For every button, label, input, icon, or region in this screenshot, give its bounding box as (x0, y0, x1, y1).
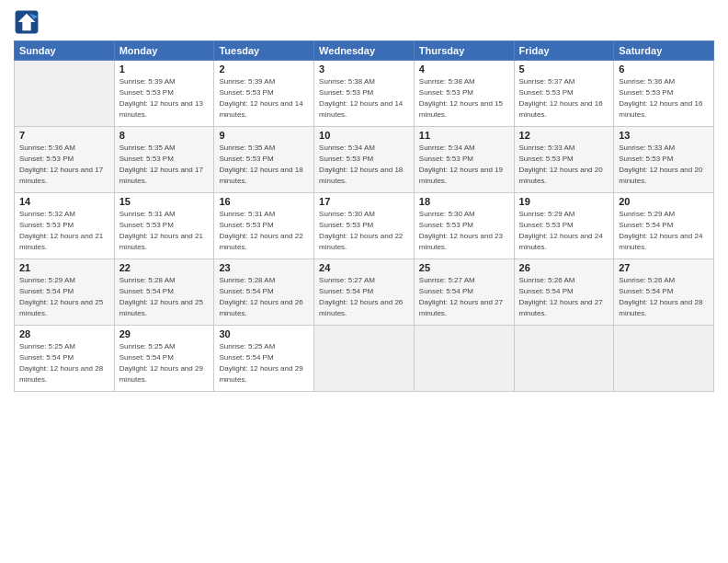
calendar-cell: 23Sunrise: 5:28 AMSunset: 5:54 PMDayligh… (214, 259, 314, 326)
day-number: 20 (619, 196, 709, 207)
day-detail: Sunrise: 5:37 AMSunset: 5:53 PMDaylight:… (519, 77, 603, 119)
day-number: 23 (219, 262, 309, 273)
weekday-header-row: SundayMondayTuesdayWednesdayThursdayFrid… (15, 41, 714, 61)
day-number: 11 (419, 130, 509, 141)
day-detail: Sunrise: 5:33 AMSunset: 5:53 PMDaylight:… (619, 144, 702, 185)
calendar-cell (314, 326, 415, 392)
day-detail: Sunrise: 5:25 AMSunset: 5:54 PMDaylight:… (219, 342, 302, 384)
calendar-cell: 30Sunrise: 5:25 AMSunset: 5:54 PMDayligh… (214, 326, 314, 392)
calendar-cell: 2Sunrise: 5:39 AMSunset: 5:53 PMDaylight… (214, 61, 314, 127)
day-number: 28 (19, 328, 109, 339)
day-number: 26 (519, 262, 609, 273)
day-number: 24 (319, 262, 409, 273)
calendar-cell: 9Sunrise: 5:35 AMSunset: 5:53 PMDaylight… (214, 127, 314, 193)
day-detail: Sunrise: 5:26 AMSunset: 5:54 PMDaylight:… (519, 276, 603, 317)
day-number: 7 (19, 130, 109, 141)
logo (14, 9, 43, 35)
weekday-header-friday: Friday (514, 41, 614, 61)
calendar-cell (15, 61, 115, 127)
calendar-cell (514, 326, 614, 392)
weekday-header-saturday: Saturday (614, 41, 714, 61)
day-detail: Sunrise: 5:28 AMSunset: 5:54 PMDaylight:… (119, 276, 203, 317)
calendar-cell: 19Sunrise: 5:29 AMSunset: 5:53 PMDayligh… (514, 193, 614, 259)
weekday-header-thursday: Thursday (414, 41, 514, 61)
week-row-1: 1Sunrise: 5:39 AMSunset: 5:53 PMDaylight… (15, 61, 714, 127)
day-number: 12 (519, 130, 609, 141)
calendar-cell: 21Sunrise: 5:29 AMSunset: 5:54 PMDayligh… (15, 259, 115, 326)
day-number: 13 (619, 130, 709, 141)
weekday-header-tuesday: Tuesday (214, 41, 314, 61)
day-number: 29 (119, 328, 210, 339)
day-number: 16 (219, 196, 309, 207)
calendar-cell: 5Sunrise: 5:37 AMSunset: 5:53 PMDaylight… (514, 61, 614, 127)
day-detail: Sunrise: 5:35 AMSunset: 5:53 PMDaylight:… (219, 144, 302, 185)
day-detail: Sunrise: 5:29 AMSunset: 5:54 PMDaylight:… (19, 276, 103, 317)
day-detail: Sunrise: 5:34 AMSunset: 5:53 PMDaylight:… (419, 144, 503, 185)
day-detail: Sunrise: 5:25 AMSunset: 5:54 PMDaylight:… (119, 342, 203, 384)
day-detail: Sunrise: 5:28 AMSunset: 5:54 PMDaylight:… (219, 276, 302, 317)
day-detail: Sunrise: 5:32 AMSunset: 5:53 PMDaylight:… (19, 210, 103, 251)
day-detail: Sunrise: 5:39 AMSunset: 5:53 PMDaylight:… (119, 77, 203, 119)
calendar-cell: 14Sunrise: 5:32 AMSunset: 5:53 PMDayligh… (15, 193, 115, 259)
weekday-header-wednesday: Wednesday (314, 41, 415, 61)
calendar-cell: 29Sunrise: 5:25 AMSunset: 5:54 PMDayligh… (114, 326, 214, 392)
day-detail: Sunrise: 5:33 AMSunset: 5:53 PMDaylight:… (519, 144, 603, 185)
logo-icon (14, 9, 40, 35)
day-detail: Sunrise: 5:26 AMSunset: 5:54 PMDaylight:… (619, 276, 702, 317)
day-detail: Sunrise: 5:35 AMSunset: 5:53 PMDaylight:… (119, 144, 203, 185)
calendar-cell: 6Sunrise: 5:36 AMSunset: 5:53 PMDaylight… (614, 61, 714, 127)
calendar-cell: 11Sunrise: 5:34 AMSunset: 5:53 PMDayligh… (414, 127, 514, 193)
page-container: SundayMondayTuesdayWednesdayThursdayFrid… (0, 0, 728, 401)
day-detail: Sunrise: 5:39 AMSunset: 5:53 PMDaylight:… (219, 77, 302, 119)
day-number: 10 (319, 130, 409, 141)
calendar-cell: 28Sunrise: 5:25 AMSunset: 5:54 PMDayligh… (15, 326, 115, 392)
day-number: 4 (419, 63, 509, 75)
week-row-5: 28Sunrise: 5:25 AMSunset: 5:54 PMDayligh… (15, 326, 714, 392)
day-number: 5 (519, 63, 609, 75)
day-number: 18 (419, 196, 509, 207)
day-detail: Sunrise: 5:38 AMSunset: 5:53 PMDaylight:… (319, 77, 403, 119)
calendar-cell: 8Sunrise: 5:35 AMSunset: 5:53 PMDaylight… (114, 127, 214, 193)
calendar-cell: 3Sunrise: 5:38 AMSunset: 5:53 PMDaylight… (314, 61, 415, 127)
day-detail: Sunrise: 5:30 AMSunset: 5:53 PMDaylight:… (419, 210, 503, 251)
day-number: 8 (119, 130, 210, 141)
week-row-3: 14Sunrise: 5:32 AMSunset: 5:53 PMDayligh… (15, 193, 714, 259)
day-detail: Sunrise: 5:38 AMSunset: 5:53 PMDaylight:… (419, 77, 503, 119)
day-number: 9 (219, 130, 309, 141)
day-detail: Sunrise: 5:29 AMSunset: 5:54 PMDaylight:… (619, 210, 702, 251)
calendar-cell: 24Sunrise: 5:27 AMSunset: 5:54 PMDayligh… (314, 259, 415, 326)
day-number: 21 (19, 262, 109, 273)
day-number: 14 (19, 196, 109, 207)
calendar-cell: 20Sunrise: 5:29 AMSunset: 5:54 PMDayligh… (614, 193, 714, 259)
day-number: 22 (119, 262, 210, 273)
weekday-header-monday: Monday (114, 41, 214, 61)
calendar-cell: 17Sunrise: 5:30 AMSunset: 5:53 PMDayligh… (314, 193, 415, 259)
day-detail: Sunrise: 5:30 AMSunset: 5:53 PMDaylight:… (319, 210, 403, 251)
day-number: 6 (619, 63, 709, 75)
day-number: 15 (119, 196, 210, 207)
calendar-cell: 25Sunrise: 5:27 AMSunset: 5:54 PMDayligh… (414, 259, 514, 326)
calendar-cell: 16Sunrise: 5:31 AMSunset: 5:53 PMDayligh… (214, 193, 314, 259)
day-detail: Sunrise: 5:27 AMSunset: 5:54 PMDaylight:… (319, 276, 403, 317)
day-number: 3 (319, 63, 409, 75)
header (14, 9, 714, 35)
day-detail: Sunrise: 5:31 AMSunset: 5:53 PMDaylight:… (219, 210, 302, 251)
day-detail: Sunrise: 5:25 AMSunset: 5:54 PMDaylight:… (19, 342, 103, 384)
calendar-cell: 18Sunrise: 5:30 AMSunset: 5:53 PMDayligh… (414, 193, 514, 259)
calendar-cell: 26Sunrise: 5:26 AMSunset: 5:54 PMDayligh… (514, 259, 614, 326)
day-number: 17 (319, 196, 409, 207)
day-detail: Sunrise: 5:29 AMSunset: 5:53 PMDaylight:… (519, 210, 603, 251)
calendar-table: SundayMondayTuesdayWednesdayThursdayFrid… (14, 40, 714, 392)
week-row-4: 21Sunrise: 5:29 AMSunset: 5:54 PMDayligh… (15, 259, 714, 326)
calendar-cell: 15Sunrise: 5:31 AMSunset: 5:53 PMDayligh… (114, 193, 214, 259)
calendar-cell: 22Sunrise: 5:28 AMSunset: 5:54 PMDayligh… (114, 259, 214, 326)
day-number: 25 (419, 262, 509, 273)
day-number: 19 (519, 196, 609, 207)
calendar-cell: 1Sunrise: 5:39 AMSunset: 5:53 PMDaylight… (114, 61, 214, 127)
day-detail: Sunrise: 5:27 AMSunset: 5:54 PMDaylight:… (419, 276, 503, 317)
day-detail: Sunrise: 5:34 AMSunset: 5:53 PMDaylight:… (319, 144, 403, 185)
calendar-cell (614, 326, 714, 392)
calendar-cell: 10Sunrise: 5:34 AMSunset: 5:53 PMDayligh… (314, 127, 415, 193)
day-number: 2 (219, 63, 309, 75)
day-number: 27 (619, 262, 709, 273)
